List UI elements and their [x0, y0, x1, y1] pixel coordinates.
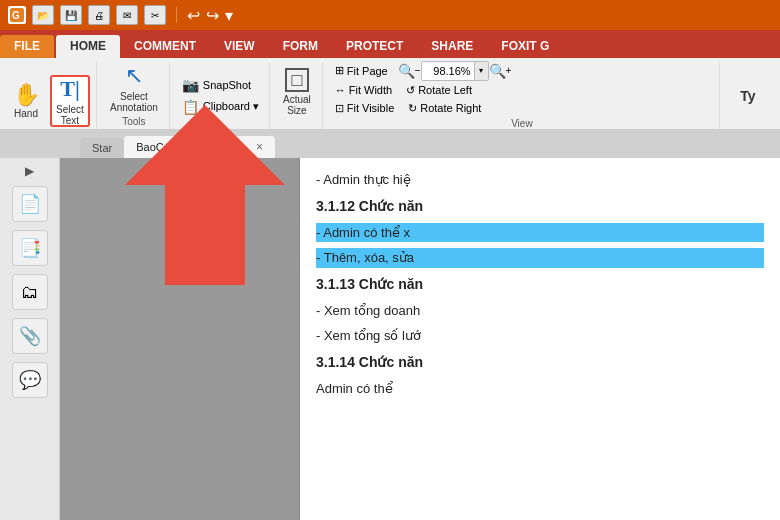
type-button[interactable]: Ty — [728, 70, 768, 122]
undo-btn[interactable]: ↩ — [187, 6, 200, 25]
snapshot-group: 📷 SnapShot 📋 Clipboard ▾ — [172, 62, 270, 129]
clipboard-icon: 📋 — [182, 99, 199, 115]
snapshot-label: SnapShot — [203, 79, 251, 91]
comment-panel-btn[interactable]: 💬 — [12, 362, 48, 398]
layers-btn[interactable]: 🗂 — [12, 274, 48, 310]
main-content: - Admin thực hiệ 3.1.12 Chức năn - Admin… — [60, 158, 780, 520]
rotate-left-label: Rotate Left — [418, 84, 472, 96]
snapshot-button[interactable]: 📷 SnapShot — [178, 75, 263, 95]
title-bar: G 📂 💾 🖨 ✉ ✂ ↩ ↪ ▾ — [0, 0, 780, 30]
rotate-right-icon: ↻ — [408, 102, 417, 115]
tab-foxit[interactable]: FOXIT G — [487, 35, 563, 58]
type-group: Ty — [722, 62, 774, 129]
fit-width-icon: ↔ — [335, 84, 346, 96]
text-line-1: - Admin thực hiệ — [316, 170, 764, 190]
view-row-1: ⊞ Fit Page 🔍 − ▾ 🔍 + — [331, 61, 713, 81]
tools-group-label: Tools — [105, 116, 163, 129]
zoom-in-icon[interactable]: 🔍 — [489, 63, 506, 79]
tab-file[interactable]: FILE — [0, 35, 54, 58]
nav-arrow[interactable]: ▶ — [25, 164, 34, 178]
select-annotation-group: ↖ SelectAnnotation Tools — [99, 62, 170, 129]
actual-size-group: □ ActualSize — [272, 62, 323, 129]
snapshot-icon: 📷 — [182, 77, 199, 93]
ribbon-tabs: FILE HOME COMMENT VIEW FORM PROTECT SHAR… — [0, 30, 780, 58]
actual-size-icon: □ — [285, 68, 309, 92]
attach-btn[interactable]: 📎 — [12, 318, 48, 354]
fit-width-button[interactable]: ↔ Fit Width — [331, 82, 396, 98]
tab-comment[interactable]: COMMENT — [120, 35, 210, 58]
zoom-control[interactable]: ▾ — [421, 61, 489, 81]
tab-protect[interactable]: PROTECT — [332, 35, 417, 58]
doc-tab-main-label: BaoCaoThucTapTotN... — [136, 141, 250, 153]
hand-label: Hand — [14, 108, 38, 119]
actual-size-label: ActualSize — [283, 94, 311, 116]
left-sidebar: ▶ 📄 📑 🗂 📎 💬 — [0, 158, 60, 520]
select-annotation-icon: ↖ — [125, 63, 143, 89]
select-text-button[interactable]: T| SelectText — [50, 75, 90, 127]
view-row-3: ⊡ Fit Visible ↻ - Admin thực hiệ Rotate … — [331, 100, 713, 117]
pages-btn[interactable]: 📑 — [12, 230, 48, 266]
doc-tab-start-label: Star — [92, 142, 112, 154]
text-line-4: - Thêm, xóa, sửa — [316, 248, 764, 268]
view-group: ⊞ Fit Page 🔍 − ▾ 🔍 + ↔ Fit Width ↺ — [325, 62, 720, 129]
select-annotation-label: SelectAnnotation — [110, 91, 158, 113]
print-btn[interactable]: 🖨 — [88, 5, 110, 25]
rotate-left-icon: ↺ — [406, 84, 415, 97]
view-group-label: View — [331, 118, 713, 131]
zoom-minus-icon[interactable]: − — [415, 65, 421, 76]
tab-view[interactable]: VIEW — [210, 35, 269, 58]
dropdown-btn[interactable]: ▾ — [225, 6, 233, 25]
tab-form[interactable]: FORM — [269, 35, 332, 58]
tab-share[interactable]: SHARE — [417, 35, 487, 58]
select-text-label: SelectText — [56, 104, 84, 126]
fit-visible-button[interactable]: ⊡ Fit Visible — [331, 100, 398, 117]
hand-icon: ✋ — [13, 84, 40, 106]
text-line-2: 3.1.12 Chức năn — [316, 196, 764, 217]
fit-page-button[interactable]: ⊞ Fit Page — [331, 62, 392, 79]
text-line-8: 3.1.14 Chức năn — [316, 352, 764, 373]
view-row-2: ↔ Fit Width ↺ Rotate Left — [331, 82, 713, 99]
fit-page-icon: ⊞ — [335, 64, 344, 77]
text-line-9: Admin có thể — [316, 379, 764, 399]
rotate-right-button[interactable]: ↻ - Admin thực hiệ Rotate Right — [404, 100, 485, 117]
zoom-dropdown[interactable]: ▾ — [474, 62, 488, 80]
doc-tab-start[interactable]: Star — [80, 138, 124, 158]
text-line-6: - Xem tổng doanh — [316, 301, 764, 321]
scissors-btn[interactable]: ✂ — [144, 5, 166, 25]
select-text-icon: T| — [60, 76, 80, 102]
text-line-7: - Xem tổng số lướ — [316, 326, 764, 346]
type-icon: Ty — [740, 88, 755, 104]
fit-visible-label: Fit Visible — [347, 102, 394, 114]
sep1 — [176, 7, 177, 23]
clipboard-button[interactable]: 📋 Clipboard ▾ — [178, 97, 263, 117]
page-thumbnail — [60, 158, 300, 520]
tab-close-icon[interactable]: × — [256, 140, 263, 154]
hand-tools-group: ✋ Hand T| SelectText — [6, 62, 97, 129]
text-line-3: - Admin có thể x — [316, 223, 764, 243]
tab-bar: Star BaoCaoThucTapTotN... × — [0, 130, 780, 158]
email-btn[interactable]: ✉ — [116, 5, 138, 25]
zoom-out-icon[interactable]: 🔍 — [398, 63, 415, 79]
save-btn[interactable]: 💾 — [60, 5, 82, 25]
text-line-5: 3.1.13 Chức năn — [316, 274, 764, 295]
doc-area: ▶ 📄 📑 🗂 📎 💬 - Admin thực hiệ 3.1.12 Chức… — [0, 158, 780, 520]
svg-text:G: G — [12, 10, 20, 21]
fit-visible-icon: ⊡ — [335, 102, 344, 115]
redo-btn[interactable]: ↪ — [206, 6, 219, 25]
doc-tab-main[interactable]: BaoCaoThucTapTotN... × — [124, 136, 275, 158]
zoom-input[interactable] — [422, 65, 474, 77]
select-annotation-button[interactable]: ↖ SelectAnnotation — [105, 62, 163, 114]
tab-home[interactable]: HOME — [56, 35, 120, 58]
ribbon-toolbar: ✋ Hand T| SelectText ↖ SelectAnnotation … — [0, 58, 780, 130]
zoom-plus-icon[interactable]: + — [506, 65, 512, 76]
fit-page-label: Fit Page — [347, 65, 388, 77]
fit-width-label: Fit Width — [349, 84, 392, 96]
open-btn[interactable]: 📂 — [32, 5, 54, 25]
pages-panel-btn[interactable]: 📄 — [12, 186, 48, 222]
actual-size-button[interactable]: □ ActualSize — [278, 66, 316, 118]
text-content: - Admin thực hiệ 3.1.12 Chức năn - Admin… — [300, 158, 780, 520]
hand-button[interactable]: ✋ Hand — [6, 75, 46, 127]
app-icon: G — [8, 6, 26, 24]
zoom-controls: 🔍 − ▾ 🔍 + — [398, 61, 512, 81]
rotate-left-button[interactable]: ↺ Rotate Left — [402, 82, 476, 99]
